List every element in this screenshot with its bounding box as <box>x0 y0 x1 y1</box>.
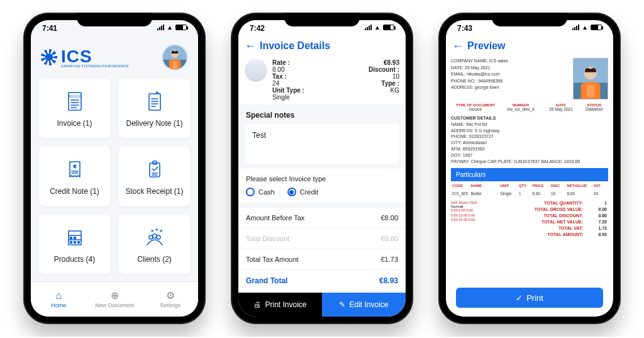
totals-block: TOTAL QUANTITY:1 TOTAL GROSS VALUE:8.00 … <box>490 200 608 237</box>
wifi-icon: ▲︎ <box>374 24 380 31</box>
print-invoice-button[interactable]: 🖨︎ Print Invoice <box>238 293 322 317</box>
amount-before-tax: Amount Before Tax €8.00 <box>238 208 406 228</box>
phone-invoice-details: 7:42 ▲︎ ← Invoice Details Rate : 8.00 Ta… <box>231 13 413 324</box>
svg-rect-25 <box>70 237 72 239</box>
card-label: Clients (2) <box>137 255 172 264</box>
action-bar: 🖨︎ Print Invoice ✎ Edit Invoice <box>238 293 406 317</box>
amount-discount: Total Discount €0.80 <box>238 228 406 249</box>
edit-invoice-button[interactable]: ✎ Edit Invoice <box>322 293 406 317</box>
app-logo: ICS ΚΑΡΑΒΥΛΑΣ ΣΥΣΤΗΜΑΤΑ ΠΛΗΡΟΦΟΡΙΚΗΣ <box>41 47 129 68</box>
particulars-columns: CODENAME UNITQTY PRICEDISC NETVALUEVAT <box>451 181 608 190</box>
card-label: Stock Receipt (1) <box>125 187 183 196</box>
pencil-icon: ✎ <box>339 300 345 309</box>
svg-rect-27 <box>70 241 72 244</box>
document-meta-table: TYPE OF DOCUMENTNUMBER DATESTATUS Invoic… <box>451 103 608 111</box>
radio-credit[interactable]: Credit <box>287 188 318 196</box>
amounts-list: Amount Before Tax €8.00 Total Discount €… <box>238 208 406 292</box>
battery-icon <box>591 25 602 30</box>
home-icon: ⌂ <box>56 291 62 301</box>
svg-rect-26 <box>74 237 76 239</box>
svg-text:★: ★ <box>159 228 163 233</box>
card-label: Delivery Note (1) <box>126 119 182 128</box>
home-grid: INVOICE Invoice (1) Delivery Note (1) € … <box>31 76 198 281</box>
stock-receipt-icon <box>142 157 167 182</box>
card-label: Invoice (1) <box>57 119 92 128</box>
radio-cash[interactable]: Cash <box>246 188 275 196</box>
card-invoice[interactable]: INVOICE Invoice (1) <box>38 78 111 138</box>
tab-bar: ⌂ Home ⊕ New Document ⚙ Settings <box>31 281 198 317</box>
page-title: Invoice Details <box>260 40 330 52</box>
particulars-row: ICS_665Butter Single1 8.0010 8.0024 <box>451 190 608 197</box>
card-delivery-note[interactable]: Delivery Note (1) <box>118 78 191 138</box>
card-products[interactable]: Products (4) <box>38 214 111 274</box>
customer-details: CUSTOMER DETAILS NAME: Wic Pvt ltd ADDRE… <box>451 115 608 164</box>
card-credit-note[interactable]: € Credit Note (1) <box>38 146 111 206</box>
print-button[interactable]: ✓ Print <box>456 288 603 308</box>
invoice-type-select: Please select Invoice type Cash Credit <box>238 169 406 203</box>
type-prompt: Please select Invoice type <box>246 175 398 183</box>
card-label: Products (4) <box>54 255 95 264</box>
clients-icon: ★ ★ ★ <box>142 225 167 250</box>
card-clients[interactable]: ★ ★ ★ Clients (2) <box>118 214 191 274</box>
special-notes-input[interactable]: Test <box>245 123 399 164</box>
logo-subtitle: ΚΑΡΑΒΥΛΑΣ ΣΥΣΤΗΜΑΤΑ ΠΛΗΡΟΦΟΡΙΚΗΣ <box>61 64 129 68</box>
amount-tax: Total Tax Amount €1.73 <box>238 249 406 270</box>
products-icon <box>62 225 87 250</box>
status-time: 7:43 <box>457 24 472 33</box>
signal-icon <box>365 25 372 30</box>
phone-home: 7:41 ▲︎ ICS ΚΑΡΑΒΥΛΑΣ ΣΥΣΤΗΜΑΤΑ ΠΛΗΡΟΦΟΡ… <box>23 13 206 324</box>
tab-settings[interactable]: ⚙ Settings <box>142 282 198 317</box>
svg-text:INVOICE: INVOICE <box>68 94 81 98</box>
grand-total: Grand Total €8.93 <box>238 270 406 292</box>
delivery-note-icon <box>142 89 167 114</box>
signal-icon <box>572 25 579 30</box>
phone-preview: 7:43 ▲︎ ← Preview COMPANY NAME: ICS sale… <box>438 13 621 324</box>
company-info: COMPANY NAME: ICS sales DATE: 29 May 202… <box>451 58 569 99</box>
tab-home[interactable]: ⌂ Home <box>31 282 87 317</box>
line-item: Rate : 8.00 Tax : 24 Unit Type : Single … <box>238 55 406 104</box>
back-arrow-icon[interactable]: ← <box>245 40 256 52</box>
tab-label: Settings <box>160 302 180 308</box>
wifi-icon: ▲︎ <box>582 24 588 31</box>
status-time: 7:41 <box>42 24 57 33</box>
svg-rect-10 <box>149 94 160 110</box>
profile-avatar[interactable] <box>162 44 188 70</box>
radio-icon <box>287 188 296 196</box>
plus-circle-icon: ⊕ <box>111 291 119 301</box>
battery-icon <box>175 25 187 30</box>
wifi-icon: ▲︎ <box>167 24 173 31</box>
page-title: Preview <box>467 40 505 52</box>
credit-note-icon: € <box>62 157 87 182</box>
tab-label: New Document <box>95 302 134 308</box>
item-thumbnail <box>245 59 267 82</box>
radio-icon <box>246 188 255 196</box>
svg-text:€: € <box>73 164 76 169</box>
tab-new-document[interactable]: ⊕ New Document <box>87 282 143 317</box>
preview-avatar <box>573 58 608 99</box>
invoice-icon: INVOICE <box>62 89 87 114</box>
svg-point-35 <box>157 235 160 239</box>
page-header: ← Invoice Details <box>238 40 406 55</box>
home-header: ICS ΚΑΡΑΒΥΛΑΣ ΣΥΣΤΗΜΑΤΑ ΠΛΗΡΟΦΟΡΙΚΗΣ <box>31 40 198 76</box>
svg-rect-29 <box>77 241 80 244</box>
print-icon: 🖨︎ <box>253 300 261 309</box>
card-label: Credit Note (1) <box>50 187 99 196</box>
battery-icon <box>383 25 394 30</box>
logo-mark-icon <box>41 49 57 65</box>
signal-icon <box>157 25 164 30</box>
check-icon: ✓ <box>516 293 523 303</box>
invoice-preview: COMPANY NAME: ICS sales DATE: 29 May 202… <box>446 55 613 317</box>
item-price: €8.93 <box>369 59 399 66</box>
special-notes-title: Special notes <box>238 104 406 123</box>
particulars-header: Particulars <box>451 168 608 181</box>
page-header: ← Preview <box>446 40 613 55</box>
card-stock-receipt[interactable]: Stock Receipt (1) <box>118 146 191 206</box>
status-time: 7:42 <box>250 24 265 33</box>
tab-label: Home <box>51 302 66 308</box>
svg-text:★: ★ <box>150 228 154 233</box>
svg-text:★: ★ <box>155 227 158 232</box>
gear-icon: ⚙ <box>166 291 175 301</box>
back-arrow-icon[interactable]: ← <box>452 40 464 52</box>
svg-rect-28 <box>74 241 76 244</box>
